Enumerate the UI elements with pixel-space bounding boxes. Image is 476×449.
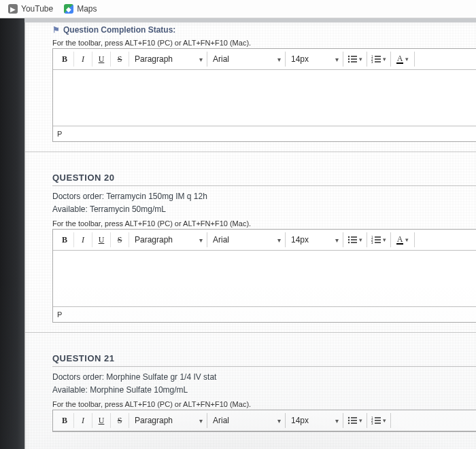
svg-rect-27 bbox=[351, 420, 357, 422]
monitor-bezel bbox=[0, 18, 24, 449]
svg-rect-17 bbox=[351, 242, 357, 243]
chevron-down-icon: ▾ bbox=[359, 56, 362, 62]
text-color-icon: A bbox=[396, 54, 404, 64]
svg-text:3: 3 bbox=[371, 422, 373, 425]
font-dropdown[interactable]: Arial ▾ bbox=[207, 52, 286, 67]
svg-rect-15 bbox=[351, 239, 357, 240]
editor-textarea[interactable] bbox=[53, 70, 476, 126]
chevron-down-icon: ▾ bbox=[383, 236, 386, 243]
question-20-text: Doctors order: Terramycin 150mg IM q 12h… bbox=[52, 190, 476, 215]
svg-point-14 bbox=[348, 239, 350, 240]
completion-status: ⚑ Question Completion Status: bbox=[52, 25, 476, 35]
editor-path-p: P bbox=[57, 130, 62, 138]
chevron-down-icon: ▾ bbox=[277, 236, 281, 244]
ordered-list-dropdown[interactable]: 1 2 3 ▾ bbox=[367, 413, 391, 428]
chevron-down-icon: ▾ bbox=[335, 236, 339, 244]
divider bbox=[25, 151, 476, 152]
paragraph-dropdown[interactable]: Paragraph ▾ bbox=[129, 413, 207, 428]
text-color-dropdown[interactable]: A ▾ bbox=[391, 52, 415, 67]
question-21-text: Doctors order: Morphine Sulfate gr 1/4 I… bbox=[52, 371, 476, 396]
unordered-list-icon bbox=[347, 55, 357, 63]
svg-text:3: 3 bbox=[371, 241, 373, 244]
bold-button[interactable]: B bbox=[56, 52, 74, 67]
rich-text-editor: B I U S Paragraph ▾ Arial ▾ 14px ▾ bbox=[52, 229, 476, 323]
underline-button[interactable]: U bbox=[92, 52, 111, 67]
chevron-down-icon: ▾ bbox=[405, 236, 409, 243]
chevron-down-icon: ▾ bbox=[335, 56, 339, 63]
unordered-list-dropdown[interactable]: ▾ bbox=[343, 232, 367, 247]
svg-point-12 bbox=[348, 236, 350, 238]
bold-button[interactable]: B bbox=[56, 232, 74, 247]
paragraph-dropdown[interactable]: Paragraph ▾ bbox=[129, 52, 207, 67]
ordered-list-icon: 1 2 3 bbox=[371, 55, 381, 63]
editor-toolbar: B I U S Paragraph ▾ Arial ▾ 14px ▾ bbox=[53, 230, 476, 251]
editor-textarea[interactable] bbox=[53, 251, 476, 307]
rich-text-editor: B I U S Paragraph ▾ Arial ▾ 14px ▾ bbox=[52, 410, 476, 432]
chevron-down-icon: ▾ bbox=[277, 417, 281, 425]
bookmark-youtube[interactable]: ▶ YouTube bbox=[3, 2, 58, 16]
rich-text-editor: B I U S Paragraph ▾ Arial ▾ 14px ▾ bbox=[52, 48, 476, 142]
chevron-down-icon: ▾ bbox=[359, 417, 362, 424]
svg-point-4 bbox=[348, 61, 350, 62]
svg-rect-1 bbox=[351, 56, 357, 57]
question-20-heading: QUESTION 20 bbox=[52, 173, 476, 186]
editor-toolbar: B I U S Paragraph ▾ Arial ▾ 14px ▾ bbox=[53, 49, 476, 70]
text-color-icon: A bbox=[396, 235, 404, 245]
svg-rect-31 bbox=[375, 418, 381, 419]
svg-rect-35 bbox=[375, 423, 381, 425]
bold-button[interactable]: B bbox=[56, 413, 74, 428]
chevron-down-icon: ▾ bbox=[199, 56, 203, 63]
svg-point-2 bbox=[348, 58, 350, 60]
toolbar-hint: For the toolbar, press ALT+F10 (PC) or A… bbox=[52, 400, 476, 408]
flag-icon: ⚑ bbox=[52, 26, 60, 34]
font-dropdown[interactable]: Arial ▾ bbox=[207, 413, 286, 428]
italic-button[interactable]: I bbox=[74, 52, 92, 67]
bookmark-maps[interactable]: ◆ Maps bbox=[58, 2, 102, 16]
strikethrough-button[interactable]: S bbox=[111, 413, 129, 428]
font-size-dropdown[interactable]: 14px ▾ bbox=[286, 232, 343, 247]
font-size-dropdown[interactable]: 14px ▾ bbox=[286, 413, 343, 428]
svg-rect-7 bbox=[375, 56, 381, 57]
chevron-down-icon: ▾ bbox=[405, 56, 409, 62]
question-20-line2: Available: Terramycin 50mg/mL bbox=[52, 203, 476, 216]
chevron-down-icon: ▾ bbox=[359, 236, 362, 243]
strikethrough-button[interactable]: S bbox=[111, 52, 129, 67]
italic-button[interactable]: I bbox=[74, 413, 92, 428]
strikethrough-button[interactable]: S bbox=[111, 232, 129, 247]
underline-button[interactable]: U bbox=[92, 232, 111, 247]
ordered-list-dropdown[interactable]: 1 2 3 ▾ bbox=[367, 232, 391, 247]
paragraph-dropdown-label: Paragraph bbox=[135, 416, 173, 425]
toolbar-hint: For the toolbar, press ALT+F10 (PC) or A… bbox=[52, 39, 476, 47]
completion-status-label: Question Completion Status: bbox=[63, 25, 175, 35]
paragraph-dropdown[interactable]: Paragraph ▾ bbox=[129, 232, 207, 247]
page-content: ⚑ Question Completion Status: For the to… bbox=[24, 22, 476, 449]
ordered-list-icon: 1 2 3 bbox=[371, 236, 381, 244]
svg-rect-19 bbox=[375, 236, 381, 238]
unordered-list-icon bbox=[347, 416, 357, 425]
question-21-line1: Doctors order: Morphine Sulfate gr 1/4 I… bbox=[52, 371, 476, 384]
font-dropdown[interactable]: Arial ▾ bbox=[207, 232, 286, 247]
chevron-down-icon: ▾ bbox=[199, 417, 203, 425]
svg-point-28 bbox=[348, 423, 350, 424]
svg-rect-21 bbox=[375, 239, 381, 240]
ordered-list-dropdown[interactable]: 1 2 3 ▾ bbox=[367, 52, 391, 67]
text-color-dropdown[interactable]: A ▾ bbox=[391, 232, 415, 247]
font-size-dropdown[interactable]: 14px ▾ bbox=[286, 52, 343, 67]
svg-rect-11 bbox=[375, 61, 381, 62]
unordered-list-dropdown[interactable]: ▾ bbox=[343, 52, 367, 67]
chevron-down-icon: ▾ bbox=[277, 56, 281, 63]
underline-button[interactable]: U bbox=[92, 413, 111, 428]
font-size-dropdown-label: 14px bbox=[291, 416, 309, 425]
bookmark-label: YouTube bbox=[21, 4, 53, 14]
svg-rect-25 bbox=[351, 418, 357, 419]
svg-point-0 bbox=[348, 56, 350, 57]
font-size-dropdown-label: 14px bbox=[291, 235, 309, 245]
svg-text:3: 3 bbox=[371, 60, 373, 63]
font-dropdown-label: Arial bbox=[213, 235, 229, 245]
unordered-list-dropdown[interactable]: ▾ bbox=[343, 413, 367, 428]
italic-button[interactable]: I bbox=[74, 232, 92, 247]
ordered-list-icon: 1 2 3 bbox=[371, 416, 381, 425]
unordered-list-icon bbox=[347, 236, 357, 244]
question-21-heading: QUESTION 21 bbox=[52, 353, 476, 367]
font-size-dropdown-label: 14px bbox=[291, 54, 309, 64]
